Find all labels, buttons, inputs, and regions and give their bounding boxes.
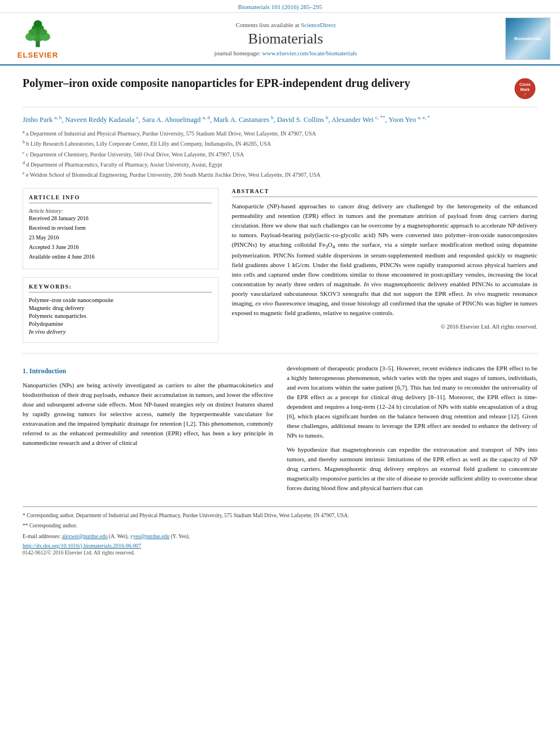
crossmark-icon: Cross Mark ✓ bbox=[514, 78, 536, 99]
svg-text:✓: ✓ bbox=[523, 93, 526, 96]
email-link-2[interactable]: yyeo@purdue.edu bbox=[130, 534, 169, 539]
abstract-title: ABSTRACT bbox=[232, 188, 537, 197]
elsevier-tree-icon bbox=[15, 19, 60, 50]
elsevier-logo-area: ELSEVIER bbox=[7, 19, 69, 59]
article-footer: * Corresponding author. Department of In… bbox=[23, 506, 537, 556]
keyword-2: Magnetic drug delivery bbox=[29, 305, 212, 311]
intro-heading: 1. Introduction bbox=[23, 366, 273, 377]
keyword-4: Polydopamine bbox=[29, 321, 212, 327]
intro-para3: We hypothesize that magnetophoresis can … bbox=[287, 445, 537, 493]
sciencedirect-line: Contents lists available at ScienceDirec… bbox=[75, 21, 497, 28]
email-note: E-mail addresses: alexwei@purdue.edu (A.… bbox=[23, 532, 537, 540]
article-info-title: ARTICLE INFO bbox=[29, 194, 212, 203]
svg-text:Cross: Cross bbox=[519, 82, 531, 86]
elsevier-wordmark: ELSEVIER bbox=[18, 51, 58, 59]
svg-point-6 bbox=[39, 29, 47, 35]
journal-reference: Biomaterials 101 (2016) 285–295 bbox=[238, 3, 322, 10]
journal-thumbnail: Biomaterials bbox=[505, 18, 550, 60]
article-title: Polymer–iron oxide composite nanoparticl… bbox=[23, 76, 410, 90]
article-title-section: Polymer–iron oxide composite nanoparticl… bbox=[23, 76, 537, 107]
body-col-left: 1. Introduction Nanoparticles (NPs) are … bbox=[23, 364, 273, 498]
article-info-box: ARTICLE INFO Article history: Received 2… bbox=[23, 188, 218, 269]
crossmark-badge[interactable]: Cross Mark ✓ bbox=[512, 76, 537, 101]
affiliations: a a Department of Industrial and Physica… bbox=[23, 129, 537, 180]
received-date: Received 28 January 2016 bbox=[29, 215, 212, 221]
email-link-1[interactable]: alexwei@purdue.edu bbox=[62, 534, 108, 539]
journal-header: ELSEVIER Contents lists available at Sci… bbox=[0, 13, 560, 65]
svg-point-5 bbox=[29, 29, 37, 35]
accepted-date: Accepted 3 June 2016 bbox=[29, 244, 212, 250]
keyword-5: In vivo delivery bbox=[29, 329, 212, 335]
corresponding-note-2: ** Corresponding author. bbox=[23, 522, 537, 530]
keywords-title: Keywords: bbox=[29, 283, 212, 292]
body-col-right: development of therapeutic products [3–5… bbox=[287, 364, 537, 498]
detected-word-the: the bbox=[428, 300, 435, 307]
homepage-line: journal homepage: www.elsevier.com/locat… bbox=[75, 50, 497, 56]
keyword-3: Polymeric nanoparticles bbox=[29, 313, 212, 319]
journal-thumbnail-area: Biomaterials bbox=[502, 18, 553, 60]
journal-homepage-link[interactable]: www.elsevier.com/locate/biomaterials bbox=[262, 50, 357, 56]
abstract-section: ABSTRACT Nanoparticle (NP)-based approac… bbox=[232, 188, 537, 343]
section-divider bbox=[23, 353, 537, 353]
journal-header-center: Contents lists available at ScienceDirec… bbox=[75, 19, 497, 59]
issn-line: 0142-9612/© 2016 Elsevier Ltd. All right… bbox=[23, 550, 537, 556]
left-column: ARTICLE INFO Article history: Received 2… bbox=[23, 188, 218, 343]
copyright-line: © 2016 Elsevier Ltd. All rights reserved… bbox=[232, 324, 537, 330]
elsevier-logo: ELSEVIER bbox=[15, 19, 60, 59]
journal-name: Biomaterials bbox=[75, 30, 497, 47]
body-columns: 1. Introduction Nanoparticles (NPs) are … bbox=[23, 364, 537, 498]
intro-para1: Nanoparticles (NPs) are being actively i… bbox=[23, 381, 273, 448]
doi-link[interactable]: http://dx.doi.org/10.1016/j.biomaterials… bbox=[23, 543, 537, 549]
received-revised-label: Received in revised form bbox=[29, 225, 212, 231]
online-date: Available online 4 June 2016 bbox=[29, 254, 212, 260]
sciencedirect-link[interactable]: ScienceDirect bbox=[301, 21, 336, 28]
revised-date: 23 May 2016 bbox=[29, 234, 212, 241]
svg-point-7 bbox=[34, 20, 42, 27]
history-label: Article history: bbox=[29, 208, 212, 214]
authors-line: Jinho Park a, b, Naveen Reddy Kadasala c… bbox=[23, 114, 537, 125]
intro-para2: development of therapeutic products [3–5… bbox=[287, 364, 537, 440]
svg-text:Mark: Mark bbox=[520, 88, 529, 91]
article-content: Polymer–iron oxide composite nanoparticl… bbox=[0, 65, 560, 566]
abstract-text: Nanoparticle (NP)-based approaches to ca… bbox=[232, 202, 537, 318]
journal-reference-bar: Biomaterials 101 (2016) 285–295 bbox=[0, 0, 560, 13]
page-container: Biomaterials 101 (2016) 285–295 ELSEVIER bbox=[0, 0, 560, 566]
info-abstract-columns: ARTICLE INFO Article history: Received 2… bbox=[23, 188, 537, 343]
keywords-box: Keywords: Polymer–iron oxide nanocomposi… bbox=[23, 277, 218, 343]
keyword-1: Polymer–iron oxide nanocomposite bbox=[29, 297, 212, 303]
corresponding-note-1: * Corresponding author. Department of In… bbox=[23, 512, 537, 519]
